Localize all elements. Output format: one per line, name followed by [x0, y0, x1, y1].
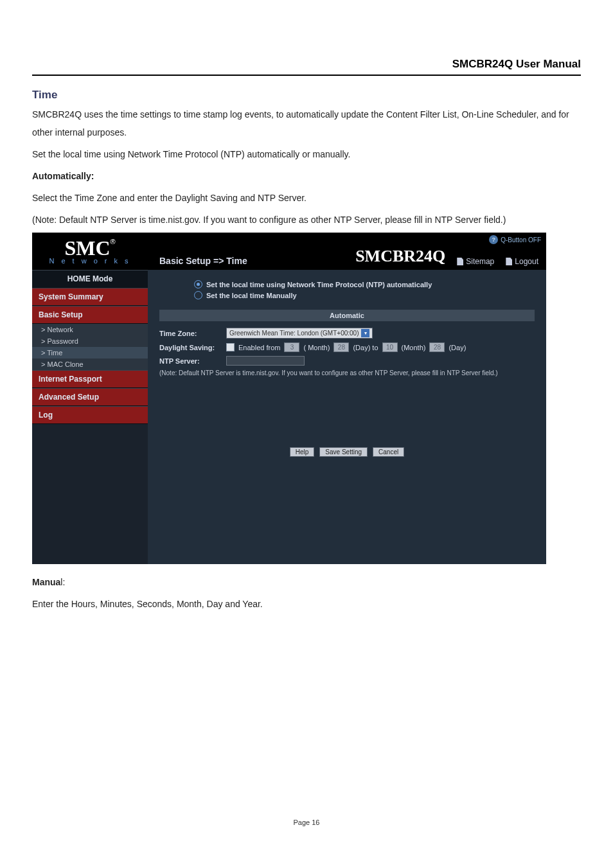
body-paragraph: Set the local time using Network Time Pr…: [32, 145, 581, 163]
ntp-input[interactable]: [226, 356, 305, 366]
sidebar-item-summary[interactable]: System Summary: [32, 288, 148, 306]
q-button-status[interactable]: ? Q-Button OFF: [489, 235, 541, 244]
router-ui: SMC® N e t w o r k s ? Q-Button OFF Basi…: [32, 233, 546, 564]
body-paragraph: Select the Time Zone and enter the Dayli…: [32, 189, 581, 207]
sidebar-item-log[interactable]: Log: [32, 406, 148, 424]
tz-value: Greenwich Mean Time: London (GMT+00:00): [229, 330, 359, 337]
logo-reg: ®: [111, 238, 116, 245]
help-button[interactable]: Help: [290, 447, 315, 457]
radio-manual[interactable]: [194, 291, 202, 299]
radio-manual-label: Set the local time Manually: [206, 292, 297, 299]
radio-auto-label: Set the local time using Network Time Pr…: [206, 281, 432, 288]
sitemap-link[interactable]: Sitemap: [457, 257, 494, 266]
tz-label: Time Zone:: [159, 330, 222, 337]
ds-day-label2: (Day): [449, 344, 466, 351]
manual-subheading: Manual:: [32, 573, 581, 591]
logo: SMC® N e t w o r k s: [32, 233, 148, 270]
doc-icon: [506, 258, 512, 265]
cancel-button[interactable]: Cancel: [373, 447, 404, 457]
sidebar-item-basic[interactable]: Basic Setup: [32, 306, 148, 324]
ntp-label: NTP Server:: [159, 357, 222, 365]
body-paragraph: Enter the Hours, Minutes, Seconds, Month…: [32, 595, 581, 613]
page-number: Page 16: [32, 819, 581, 826]
model-name: SMCBR24Q: [355, 247, 445, 266]
sidebar-item-passport[interactable]: Internet Passport: [32, 370, 148, 388]
auto-subheading: Automatically:: [32, 167, 581, 185]
banner: ? Q-Button OFF Basic Setup => Time SMCBR…: [148, 233, 546, 270]
logo-text: SMC: [64, 236, 110, 260]
tz-select[interactable]: Greenwich Mean Time: London (GMT+00:00) …: [226, 328, 373, 339]
breadcrumb: Basic Setup => Time: [159, 256, 247, 266]
body-paragraph: SMCBR24Q uses the time settings to time …: [32, 105, 581, 141]
ds-from-day[interactable]: 28: [333, 342, 349, 352]
q-button-icon: ?: [489, 235, 498, 244]
chevron-down-icon: ▾: [361, 329, 369, 337]
body-paragraph: (Note: Default NTP Server is time.nist.g…: [32, 211, 581, 229]
section-bar: Automatic: [159, 310, 535, 321]
ds-checkbox[interactable]: [226, 343, 235, 351]
logout-link[interactable]: Logout: [506, 257, 538, 266]
sidebar-sub-password[interactable]: > Password: [32, 335, 148, 347]
doc-header: SMCBR24Q User Manual: [32, 58, 581, 76]
ds-enabled-label: Enabled from: [238, 344, 280, 351]
ds-month-label: ( Month): [303, 344, 330, 351]
section-heading: Time: [32, 89, 581, 102]
sidebar: HOME Mode System Summary Basic Setup > N…: [32, 270, 148, 564]
q-button-label: Q-Button OFF: [501, 236, 541, 244]
sidebar-item-advanced[interactable]: Advanced Setup: [32, 388, 148, 406]
ds-day-label: (Day) to: [353, 344, 378, 351]
save-button[interactable]: Save Setting: [319, 447, 368, 457]
sidebar-sub-network[interactable]: > Network: [32, 324, 148, 335]
sidebar-sub-time[interactable]: > Time: [32, 347, 148, 359]
ds-from-month[interactable]: 3: [284, 342, 299, 352]
doc-icon: [457, 258, 463, 265]
logo-subtext: N e t w o r k s: [32, 257, 148, 265]
ntp-note: (Note: Default NTP Server is time.nist.g…: [159, 369, 535, 376]
radio-auto[interactable]: [194, 280, 202, 288]
sidebar-item-home[interactable]: HOME Mode: [32, 270, 148, 288]
ds-to-month[interactable]: 10: [382, 342, 398, 352]
content-pane: Set the local time using Network Time Pr…: [148, 270, 546, 564]
ds-to-day[interactable]: 28: [429, 342, 445, 352]
ds-label: Daylight Saving:: [159, 344, 222, 351]
sidebar-sub-mac[interactable]: > MAC Clone: [32, 359, 148, 370]
ds-month-label2: (Month): [402, 344, 426, 351]
